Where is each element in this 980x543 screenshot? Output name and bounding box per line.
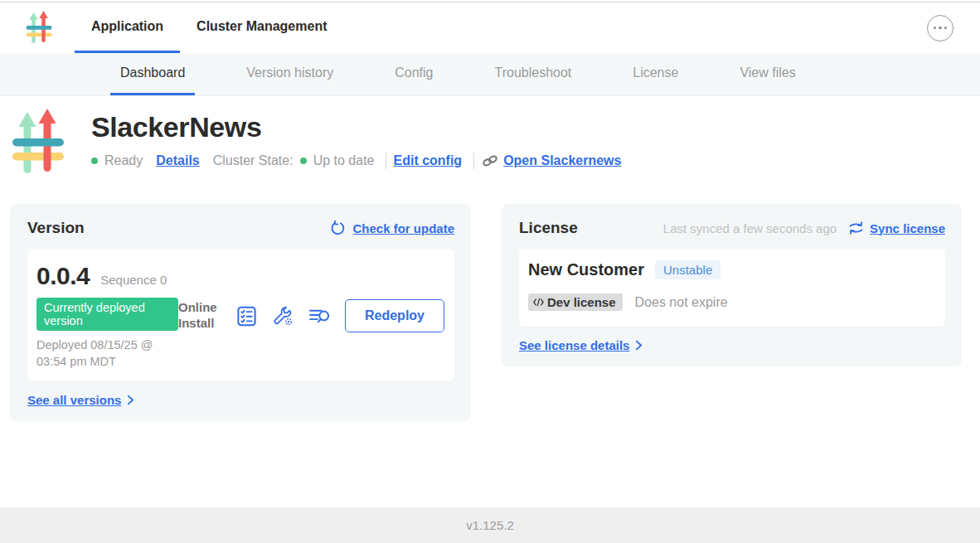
open-app-link[interactable]: Open Slackernews [481,153,621,168]
redeploy-button[interactable]: Redeploy [345,299,444,332]
ellipsis-icon [934,27,937,30]
license-expiry: Does not expire [635,295,728,310]
subnav-tab-dashboard[interactable]: Dashboard [110,53,195,95]
main-header: Application Cluster Management [0,2,980,53]
edit-config-link[interactable]: Edit config [393,153,462,168]
main-nav: Application Cluster Management [75,2,343,53]
channel-badge: Unstable [655,260,720,279]
wrench-gear-icon [272,305,294,327]
deployed-badge: Currently deployed version [36,298,178,331]
view-logs-button[interactable] [308,305,331,327]
subnav-tab-version-history[interactable]: Version history [236,53,343,95]
install-type-label: Online Install [178,300,221,332]
license-type-badge: Dev license [528,293,623,311]
main-content: SlackerNews Ready Details Cluster State:… [0,96,980,507]
app-ready-dot-icon [91,158,98,164]
lines-magnifier-icon [308,305,331,327]
refresh-icon [330,221,346,236]
chevron-right-icon [635,340,643,351]
console-version: v1.125.2 [466,518,514,532]
tab-application-label: Application [91,19,163,34]
last-synced-label: Last synced a few seconds ago [663,221,837,235]
page: Application Cluster Management Dashboard… [0,0,980,543]
app-logo-icon [25,11,53,46]
deployed-timestamp: Deployed 08/15/25 @ 03:54 pm MDT [36,337,178,370]
code-brackets-icon [532,298,545,307]
check-for-update-link[interactable]: Check for update [330,221,454,236]
subnav-tab-view-files[interactable]: View files [730,53,805,95]
subnav-tab-config[interactable]: Config [385,53,443,95]
double-arrow-sync-icon [848,221,864,235]
license-card: License Last synced a few seconds ago Sy… [502,204,962,366]
console-footer: v1.125.2 [0,507,980,543]
license-panel: New Customer Unstable Dev license Does n… [519,249,945,327]
sequence-label: Sequence 0 [100,273,167,287]
see-license-details-link[interactable]: See license details [519,338,643,352]
sync-license-link[interactable]: Sync license [848,221,945,235]
tab-cluster-management[interactable]: Cluster Management [180,2,343,53]
details-link[interactable]: Details [156,153,199,168]
see-all-versions-link[interactable]: See all versions [27,393,134,407]
tab-application[interactable]: Application [75,2,180,53]
app-title-block: SlackerNews Ready Details Cluster State:… [0,96,980,179]
chevron-right-icon [127,395,134,405]
license-card-title: License [519,219,578,237]
cluster-state-label: Cluster State: [213,153,294,168]
preflight-checks-button[interactable] [235,305,258,327]
checklist-icon [235,305,258,327]
current-version-panel: 0.0.4 Sequence 0 Currently deployed vers… [27,249,454,381]
customer-name: New Customer [528,260,644,279]
divider [473,153,474,169]
subnav-tab-license[interactable]: License [623,53,688,95]
app-status-row: Ready Details Cluster State: Up to date … [91,153,628,169]
cluster-state-dot-icon [300,158,307,164]
page-title: SlackerNews [91,111,628,143]
overflow-menu-button[interactable] [927,15,953,41]
version-card-title: Version [27,219,85,237]
dashboard-cards: Version Check for update 0.0.4 Sequence [0,179,980,421]
tab-cluster-management-label: Cluster Management [196,19,327,34]
app-state-label: Ready [104,153,143,168]
divider [386,153,386,169]
version-number: 0.0.4 [36,262,90,290]
app-subnav: Dashboard Version history Config Trouble… [0,53,980,96]
configure-version-button[interactable] [272,305,294,327]
app-logo-large-icon [12,108,65,179]
cluster-state-value: Up to date [313,153,375,168]
subnav-tab-troubleshoot[interactable]: Troubleshoot [484,53,581,95]
chain-link-icon [481,154,499,167]
version-card: Version Check for update 0.0.4 Sequence [10,204,471,421]
